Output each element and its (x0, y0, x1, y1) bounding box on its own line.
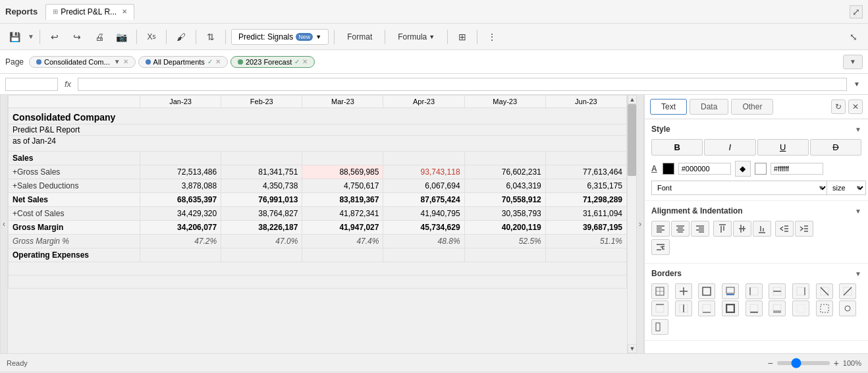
border-diag-up-button[interactable] (839, 283, 856, 299)
strikethrough-button[interactable]: D (810, 139, 861, 156)
panel-close-button[interactable]: ✕ (848, 100, 863, 114)
more-tabs-button[interactable]: ▼ (843, 55, 863, 69)
align-bottom-button[interactable] (753, 221, 771, 237)
left-panel-collapse-button[interactable]: ‹ (0, 95, 8, 353)
border-dashed-icon (820, 304, 829, 313)
font-size-select[interactable]: size (827, 181, 866, 195)
panel-tab-text[interactable]: Text (650, 99, 687, 115)
border-outer-button[interactable] (698, 283, 715, 299)
fill-color-swatch[interactable] (755, 163, 767, 175)
tab-all-departments[interactable]: All Departments ✓ ✕ (138, 56, 228, 68)
border-custom-button[interactable] (651, 319, 668, 335)
save-icon: 💾 (9, 32, 20, 42)
borders-section-header[interactable]: Borders ▼ (651, 269, 861, 278)
formula-input[interactable] (78, 78, 847, 91)
subscript-button[interactable]: Xs (142, 28, 161, 46)
zoom-slider[interactable] (777, 361, 830, 365)
border-thick-outer-button[interactable] (722, 301, 739, 316)
border-bottom-button[interactable] (698, 301, 715, 316)
right-panel-collapse-button[interactable]: › (636, 95, 644, 353)
more-options-button[interactable]: ⋮ (483, 28, 501, 46)
tab-consolidated[interactable]: Consolidated Com... ▼ ✕ (29, 56, 136, 68)
fill-color-button[interactable]: ◆ (735, 161, 751, 177)
bold-button[interactable]: B (651, 139, 703, 156)
align-top-button[interactable] (713, 221, 732, 237)
border-top-button[interactable] (651, 301, 668, 316)
gross-margin-may: 40,200,119 (464, 221, 545, 235)
border-double-bottom-button[interactable] (769, 301, 786, 316)
border-color-button[interactable] (722, 283, 739, 299)
redo-button[interactable]: ↪ (68, 28, 86, 46)
vertical-scrollbar[interactable]: ▲ ▼ (627, 95, 636, 353)
border-center-v-button[interactable] (675, 301, 692, 316)
panel-tab-data[interactable]: Data (690, 99, 728, 115)
panel-refresh-button[interactable]: ↻ (831, 100, 846, 114)
print-button[interactable]: 🖨 (90, 28, 109, 46)
fill-color-input[interactable] (771, 163, 823, 175)
spreadsheet-scroll-area[interactable]: Jan-23 Feb-23 Mar-23 Apr-23 May-23 Jun-2… (8, 95, 627, 353)
formula-fx-label: fx (62, 79, 74, 89)
font-family-select[interactable]: Font (651, 181, 828, 195)
scroll-up-button[interactable]: ▲ (628, 95, 636, 104)
tab-2023-forecast-close-icon[interactable]: ✕ (302, 58, 308, 65)
align-left-button[interactable] (651, 221, 670, 237)
gross-sales-label: +Gross Sales (9, 165, 140, 179)
indent-decrease-button[interactable] (775, 221, 794, 237)
border-no-border-button[interactable] (792, 301, 809, 316)
camera-button[interactable]: 📷 (113, 28, 131, 46)
align-center-button[interactable] (671, 221, 690, 237)
sort-button[interactable]: ⇅ (202, 28, 220, 46)
predict-signals-label: Predict: Signals (238, 32, 293, 42)
zoom-out-button[interactable]: − (767, 358, 773, 368)
italic-button[interactable]: I (704, 139, 755, 156)
tab-2023-forecast-label: 2023 Forecast (246, 58, 292, 66)
border-right-button[interactable] (792, 283, 809, 299)
separator-1 (40, 30, 40, 44)
format-button[interactable]: Format (340, 29, 379, 45)
formula-dropdown-icon[interactable]: ▼ (851, 79, 863, 89)
sales-may (464, 152, 545, 165)
underline-button[interactable]: U (757, 139, 809, 156)
panel-tab-other[interactable]: Other (731, 99, 773, 115)
tab-consolidated-dropdown-icon[interactable]: ▼ (114, 58, 121, 65)
tab-consolidated-close-icon[interactable]: ✕ (123, 58, 128, 65)
grid-view-button[interactable]: ⊞ (453, 28, 472, 46)
maximize-button[interactable]: ⤡ (844, 28, 863, 46)
border-all-button[interactable] (651, 283, 668, 299)
cost-sales-feb: 38,764,827 (221, 207, 302, 221)
undo-button[interactable]: ↩ (45, 28, 64, 46)
alignment-section-header[interactable]: Alignment & Indentation ▼ (651, 206, 861, 215)
text-color-input[interactable] (678, 163, 731, 175)
border-inner-button[interactable] (675, 283, 692, 299)
scroll-down-button[interactable]: ▼ (628, 344, 636, 353)
main-tab[interactable]: ⊞ Predict P&L R... ✕ (45, 4, 134, 20)
border-center-h-button[interactable] (769, 283, 786, 299)
style-section-header[interactable]: Style ▼ (651, 125, 861, 134)
text-color-swatch[interactable] (663, 163, 674, 175)
border-extra-button[interactable] (839, 301, 856, 316)
border-left-button[interactable] (746, 283, 763, 299)
separator-4 (196, 30, 196, 44)
zoom-in-button[interactable]: + (834, 358, 839, 368)
border-diag-down-button[interactable] (816, 283, 833, 299)
tab-all-departments-close-icon[interactable]: ✕ (215, 58, 221, 65)
dot-all-departments (146, 59, 151, 65)
tab-2023-forecast[interactable]: 2023 Forecast ✓ ✕ (231, 56, 315, 68)
align-middle-button[interactable] (733, 221, 751, 237)
align-right-button[interactable] (691, 221, 709, 237)
save-dropdown-icon[interactable]: ▼ (28, 33, 34, 40)
formula-button[interactable]: Formula ▼ (391, 29, 442, 45)
border-thick-bottom-button[interactable] (746, 301, 763, 316)
restore-window-button[interactable]: ⤢ (850, 5, 863, 18)
wrap-text-button[interactable] (651, 239, 670, 255)
save-button[interactable]: 💾 (5, 28, 24, 46)
indent-increase-button[interactable] (795, 221, 813, 237)
cell-reference-input[interactable] (5, 78, 58, 91)
tab-close-icon[interactable]: ✕ (122, 8, 127, 15)
separator-8 (447, 30, 448, 44)
undo-icon: ↩ (51, 32, 59, 42)
paint-format-button[interactable]: 🖌 (172, 28, 190, 46)
border-dashed-button[interactable] (816, 301, 833, 316)
scroll-thumb[interactable] (628, 104, 636, 176)
predict-signals-button[interactable]: Predict: Signals New ▼ (231, 29, 329, 45)
